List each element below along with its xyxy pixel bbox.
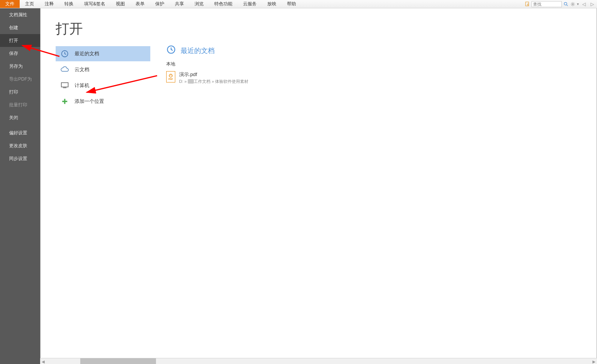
clock-icon — [166, 45, 176, 56]
recent-documents-area: 最近的文档 本地 PDF 演示.pdf D: » 工作文档 » 体验软件使用素材 — [166, 45, 589, 86]
file-path: D: » 工作文档 » 体验软件使用素材 — [179, 79, 248, 84]
search-icon[interactable] — [563, 2, 569, 7]
location-add[interactable]: 添加一个位置 — [56, 94, 150, 109]
sidebar-item-open[interactable]: 打开 — [0, 34, 40, 47]
recent-file-item[interactable]: PDF 演示.pdf D: » 工作文档 » 体验软件使用素材 — [166, 70, 589, 86]
location-recent[interactable]: 最近的文档 — [56, 46, 150, 61]
menu-tab-comment[interactable]: 注释 — [39, 0, 59, 8]
svg-point-1 — [527, 4, 529, 5]
sidebar-item-batch-print: 批量打印 — [0, 98, 40, 111]
location-computer[interactable]: 计算机 — [56, 78, 150, 93]
pdf-file-icon: PDF — [166, 71, 175, 82]
search-area: ▾ ◁ ▷ — [525, 0, 597, 8]
menu-tab-convert[interactable]: 转换 — [59, 0, 79, 8]
location-label: 最近的文档 — [75, 50, 99, 57]
horizontal-scrollbar[interactable]: ◂ ▸ — [40, 358, 597, 364]
menu-tab-cloud[interactable]: 云服务 — [238, 0, 262, 8]
recent-section-label: 本地 — [166, 61, 589, 67]
menu-tab-protect[interactable]: 保护 — [150, 0, 170, 8]
recent-header-label: 最近的文档 — [181, 46, 215, 55]
menu-tab-help[interactable]: 帮助 — [282, 0, 301, 8]
location-label: 云文档 — [75, 66, 89, 73]
clock-icon — [60, 49, 69, 58]
open-locations-list: 最近的文档 云文档 计算机 添加一个位置 — [56, 46, 150, 109]
svg-rect-7 — [63, 87, 67, 88]
search-input[interactable] — [532, 1, 562, 7]
menu-tab-share[interactable]: 共享 — [170, 0, 189, 8]
sidebar-item-preferences[interactable]: 偏好设置 — [0, 126, 40, 139]
top-menu-bar: 文件 主页 注释 转换 填写&签名 视图 表单 保护 共享 浏览 特色功能 云服… — [0, 0, 597, 8]
svg-rect-6 — [61, 83, 68, 87]
menu-tab-view[interactable]: 视图 — [111, 0, 130, 8]
menu-tab-play[interactable]: 放映 — [262, 0, 282, 8]
svg-point-4 — [572, 3, 574, 5]
sidebar-item-print[interactable]: 打印 — [0, 86, 40, 98]
page-title: 打开 — [56, 20, 83, 38]
menu-tab-fill-sign[interactable]: 填写&签名 — [79, 0, 111, 8]
sidebar-item-skin[interactable]: 更改皮肤 — [0, 139, 40, 152]
open-panel: 打开 最近的文档 云文档 计算机 添加一个位置 — [40, 8, 597, 364]
nav-next-icon[interactable]: ▷ — [589, 2, 595, 7]
sidebar-item-sync[interactable]: 同步设置 — [0, 152, 40, 165]
sidebar-item-close[interactable]: 关闭 — [0, 111, 40, 124]
menu-tab-browse[interactable]: 浏览 — [189, 0, 209, 8]
scroll-right-icon[interactable]: ▸ — [591, 358, 597, 364]
file-name: 演示.pdf — [179, 71, 248, 78]
svg-line-3 — [567, 5, 568, 6]
plus-icon — [60, 97, 69, 106]
sidebar-item-create[interactable]: 创建 — [0, 21, 40, 34]
computer-icon — [60, 81, 69, 90]
sidebar-item-save[interactable]: 保存 — [0, 47, 40, 60]
location-label: 添加一个位置 — [75, 98, 104, 105]
sidebar-item-properties[interactable]: 文档属性 — [0, 8, 40, 21]
location-label: 计算机 — [75, 82, 89, 89]
scroll-left-icon[interactable]: ◂ — [40, 358, 46, 364]
file-sidebar: 文档属性 创建 打开 保存 另存为 导出PDF为 打印 批量打印 关闭 偏好设置… — [0, 8, 40, 364]
svg-point-9 — [169, 74, 172, 77]
sidebar-item-export-pdf: 导出PDF为 — [0, 73, 40, 86]
find-page-icon[interactable] — [525, 2, 530, 7]
menu-tab-home[interactable]: 主页 — [20, 0, 39, 8]
recent-header: 最近的文档 — [166, 45, 589, 56]
svg-point-2 — [564, 2, 567, 5]
location-cloud[interactable]: 云文档 — [56, 62, 150, 77]
menu-tab-features[interactable]: 特色功能 — [209, 0, 238, 8]
cloud-icon — [60, 65, 69, 74]
menu-tab-form[interactable]: 表单 — [130, 0, 150, 8]
menu-tab-file[interactable]: 文件 — [0, 0, 20, 8]
sidebar-item-save-as[interactable]: 另存为 — [0, 60, 40, 73]
scrollbar-thumb[interactable] — [80, 358, 156, 364]
gear-icon[interactable] — [570, 2, 575, 7]
nav-prev-icon[interactable]: ◁ — [580, 2, 587, 7]
